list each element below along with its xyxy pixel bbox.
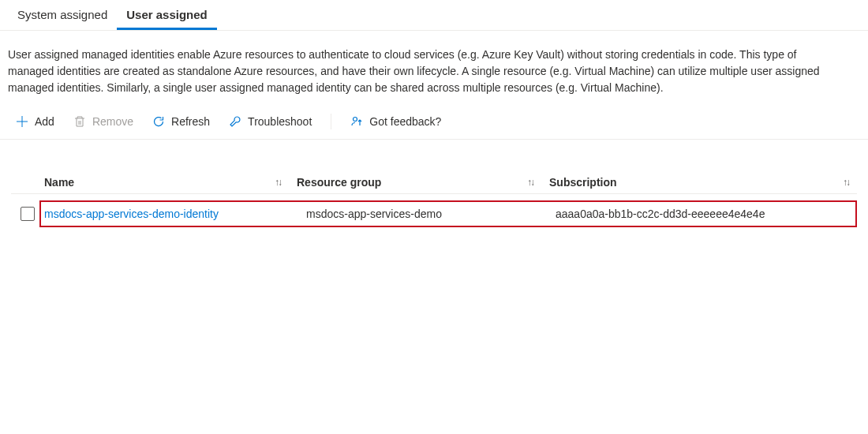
troubleshoot-button[interactable]: Troubleshoot	[221, 112, 320, 131]
tab-system-assigned[interactable]: System assigned	[8, 0, 117, 30]
subscription-value: aaaa0a0a-bb1b-cc2c-dd3d-eeeeee4e4e4e	[556, 208, 765, 220]
refresh-label: Refresh	[171, 115, 210, 128]
table-row: msdocs-app-services-demo-identity msdocs…	[11, 194, 857, 234]
sort-icon: ↑↓	[843, 177, 849, 188]
remove-button: Remove	[65, 112, 141, 131]
remove-label: Remove	[92, 115, 133, 128]
svg-point-0	[354, 118, 357, 122]
feedback-button[interactable]: Got feedback?	[342, 112, 449, 131]
trash-icon	[73, 115, 86, 128]
col-header-sub-label: Subscription	[549, 176, 617, 189]
toolbar-separator	[331, 114, 331, 129]
tabs-bar: System assigned User assigned	[0, 0, 868, 31]
sort-icon: ↑↓	[527, 177, 533, 188]
col-header-subscription[interactable]: Subscription ↑↓	[549, 176, 857, 189]
refresh-button[interactable]: Refresh	[144, 112, 218, 131]
row-checkbox[interactable]	[21, 207, 35, 221]
wrench-icon	[229, 115, 241, 128]
resource-group-value: msdocs-app-services-demo	[306, 208, 442, 220]
feedback-label: Got feedback?	[369, 115, 441, 128]
feedback-icon	[350, 115, 363, 128]
col-header-name-label: Name	[44, 176, 74, 189]
refresh-icon	[152, 115, 165, 128]
description-text: User assigned managed identities enable …	[0, 31, 852, 107]
troubleshoot-label: Troubleshoot	[248, 115, 312, 128]
identity-name-link[interactable]: msdocs-app-services-demo-identity	[44, 208, 219, 220]
col-header-resource-group[interactable]: Resource group ↑↓	[297, 176, 549, 189]
highlight-annotation: msdocs-app-services-demo-identity msdocs…	[39, 200, 857, 227]
add-button[interactable]: Add	[8, 112, 62, 131]
tab-user-assigned[interactable]: User assigned	[117, 0, 217, 30]
col-header-name[interactable]: Name ↑↓	[44, 176, 297, 189]
plus-icon	[16, 115, 28, 128]
identity-table: Name ↑↓ Resource group ↑↓ Subscription ↑…	[0, 140, 868, 234]
toolbar: Add Remove Refresh Troubleshoot Got feed…	[0, 107, 868, 140]
table-header-row: Name ↑↓ Resource group ↑↓ Subscription ↑…	[11, 171, 857, 194]
sort-icon: ↑↓	[275, 177, 281, 188]
col-header-rg-label: Resource group	[297, 176, 381, 189]
add-label: Add	[35, 115, 54, 128]
